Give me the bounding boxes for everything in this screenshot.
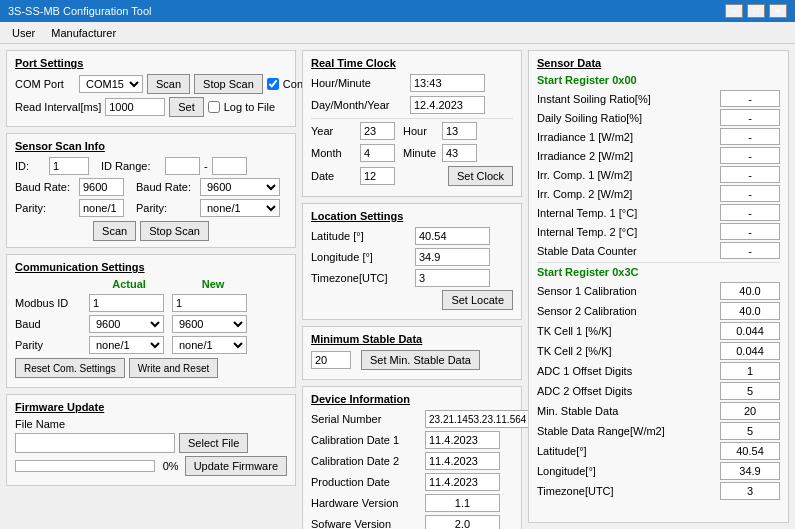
id-range-to[interactable] [212, 157, 247, 175]
sensor-stop-button[interactable]: Stop Scan [140, 221, 209, 241]
internal-temp2-value: - [720, 223, 780, 240]
location-title: Location Settings [311, 210, 513, 222]
minute-input[interactable] [442, 144, 477, 162]
sensor-latitude-value[interactable] [720, 442, 780, 460]
modbus-actual-input[interactable] [89, 294, 164, 312]
location-section: Location Settings Latitude [°] Longitude… [302, 203, 522, 320]
daily-soiling-label: Daily Soiling Ratio[%] [537, 112, 720, 124]
sensor-scan-section: Sensor Scan Info ID: ID Range: - Baud Ra… [6, 133, 296, 248]
set-min-stable-button[interactable]: Set Min. Stable Data [361, 350, 480, 370]
stop-scan-button[interactable]: Stop Scan [194, 74, 263, 94]
sensor-data-title: Sensor Data [537, 57, 780, 69]
connect-checkbox[interactable] [267, 78, 279, 90]
adc2-offset-value[interactable] [720, 382, 780, 400]
start-register-2: Start Register 0x3C [537, 266, 780, 278]
close-button[interactable]: ✕ [769, 4, 787, 18]
id-range-from[interactable] [165, 157, 200, 175]
select-file-button[interactable]: Select File [179, 433, 248, 453]
menu-user[interactable]: User [4, 25, 43, 41]
modbus-new-input[interactable] [172, 294, 247, 312]
tk-cell1-value[interactable] [720, 322, 780, 340]
firmware-title: Firmware Update [15, 401, 287, 413]
min-stable-data-value[interactable] [720, 402, 780, 420]
scan-button[interactable]: Scan [147, 74, 190, 94]
file-name-input[interactable] [15, 433, 175, 453]
sensor2-cal-value[interactable] [720, 302, 780, 320]
stable-data-counter-label: Stable Data Counter [537, 245, 720, 257]
date-label: Date [311, 170, 356, 182]
id-label: ID: [15, 160, 45, 172]
irradiance2-label: Irradiance 2 [W/m2] [537, 150, 720, 162]
app-title: 3S-SS-MB Configuration Tool [8, 5, 151, 17]
min-stable-title: Minimum Stable Data [311, 333, 513, 345]
update-firmware-button[interactable]: Update Firmware [185, 456, 287, 476]
sensor1-cal-label: Sensor 1 Calibration [537, 285, 720, 297]
minimize-button[interactable]: − [725, 4, 743, 18]
production-date-label: Production Date [311, 476, 421, 488]
year-input[interactable] [360, 122, 395, 140]
hw-version-label: Hardware Version [311, 497, 421, 509]
sensor-longitude-value[interactable] [720, 462, 780, 480]
adc1-offset-value[interactable] [720, 362, 780, 380]
parity-actual-comm-select[interactable]: none/1 [89, 336, 164, 354]
internal-temp2-label: Internal Temp. 2 [°C] [537, 226, 720, 238]
hour-input[interactable] [442, 122, 477, 140]
timezone-label: Timezone[UTC] [311, 272, 411, 284]
baud-rate-new-select[interactable]: 9600 [200, 178, 280, 196]
stable-data-range-value[interactable] [720, 422, 780, 440]
file-name-label: File Name [15, 418, 70, 430]
parity-new-comm-select[interactable]: none/1 [172, 336, 247, 354]
set-locate-button[interactable]: Set Locate [442, 290, 513, 310]
log-to-file-checkbox[interactable] [208, 101, 220, 113]
baud-rate-actual[interactable] [79, 178, 124, 196]
rtc-section: Real Time Clock Hour/Minute Day/Month/Ye… [302, 50, 522, 197]
write-reset-button[interactable]: Write and Reset [129, 358, 219, 378]
reset-com-button[interactable]: Reset Com. Settings [15, 358, 125, 378]
sensor-timezone-value[interactable] [720, 482, 780, 500]
month-input[interactable] [360, 144, 395, 162]
day-month-year-input[interactable] [410, 96, 485, 114]
progress-percent: 0% [163, 460, 181, 472]
comm-parity-label: Parity [15, 339, 85, 351]
instant-soiling-label: Instant Soiling Ratio[%] [537, 93, 720, 105]
baud-new-select[interactable]: 9600 [172, 315, 247, 333]
longitude-input[interactable] [415, 248, 490, 266]
set-interval-button[interactable]: Set [169, 97, 204, 117]
timezone-input[interactable] [415, 269, 490, 287]
tk-cell2-value[interactable] [720, 342, 780, 360]
baud-actual-select[interactable]: 9600 [89, 315, 164, 333]
stable-data-counter-value: - [720, 242, 780, 259]
parity-actual[interactable] [79, 199, 124, 217]
sensor-latitude-label: Latitude[°] [537, 445, 720, 457]
sensor-timezone-label: Timezone[UTC] [537, 485, 720, 497]
parity-new-label: Parity: [136, 202, 196, 214]
parity-new-select[interactable]: none/1 [200, 199, 280, 217]
comm-baud-label: Baud [15, 318, 85, 330]
hour-minute-input[interactable] [410, 74, 485, 92]
irr-comp1-label: Irr. Comp. 1 [W/m2] [537, 169, 720, 181]
tk-cell1-label: TK Cell 1 [%/K] [537, 325, 720, 337]
sw-version-input [425, 515, 500, 529]
sensor-scan-title: Sensor Scan Info [15, 140, 287, 152]
progress-bar [15, 460, 155, 472]
log-to-file-text: Log to File [224, 101, 275, 113]
irr-comp1-value: - [720, 166, 780, 183]
id-input[interactable] [49, 157, 89, 175]
sensor-scan-button[interactable]: Scan [93, 221, 136, 241]
maximize-button[interactable]: □ [747, 4, 765, 18]
read-interval-input[interactable] [105, 98, 165, 116]
com-port-select[interactable]: COM15 [79, 75, 143, 93]
stable-data-range-label: Stable Data Range[W/m2] [537, 425, 720, 437]
cal-date2-input [425, 452, 500, 470]
set-clock-button[interactable]: Set Clock [448, 166, 513, 186]
device-info-title: Device Information [311, 393, 513, 405]
baud-rate-label: Baud Rate: [15, 181, 75, 193]
menu-manufacturer[interactable]: Manufacturer [43, 25, 124, 41]
sensor1-cal-value[interactable] [720, 282, 780, 300]
start-register-1: Start Register 0x00 [537, 74, 780, 86]
latitude-input[interactable] [415, 227, 490, 245]
com-port-label: COM Port [15, 78, 75, 90]
min-stable-input[interactable] [311, 351, 351, 369]
date-input[interactable] [360, 167, 395, 185]
log-to-file-label[interactable]: Log to File [208, 101, 275, 113]
